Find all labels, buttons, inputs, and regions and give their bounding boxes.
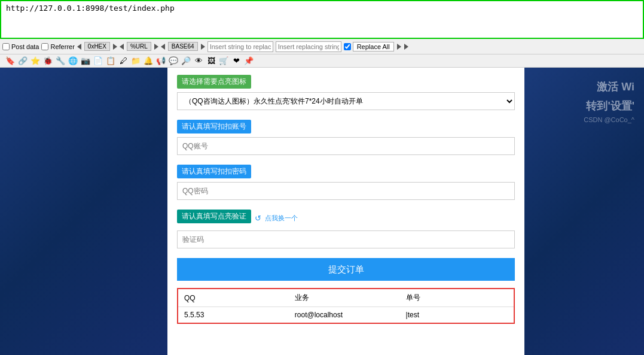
url-arrow-left-icon — [120, 44, 124, 50]
icon-6[interactable]: 🌐 — [68, 56, 78, 66]
icon-18[interactable]: 🛒 — [218, 56, 229, 66]
icon-11[interactable]: 📁 — [130, 56, 141, 66]
post-data-item: Post data — [2, 43, 39, 50]
url-enc-item: %URL — [120, 42, 158, 51]
icon-17[interactable]: 🖼 — [206, 56, 216, 66]
captcha-label-row: 请认真填写点亮验证 ↺ 点我换一个 — [177, 210, 515, 227]
icon-select-section: 请选择需要点亮图标 （QQ咨询达人图标）永久性点亮'软件7*24小时自动开单 — [177, 75, 515, 110]
icon-1[interactable]: 🔖 — [5, 56, 16, 66]
result-table: QQ 业务 单号 5.5.53 root@localhost |test — [177, 288, 515, 324]
qq-password-input[interactable] — [177, 182, 515, 200]
url-button[interactable]: %URL — [127, 42, 151, 51]
table-row: 5.5.53 root@localhost |test — [178, 307, 514, 324]
base64-arrow-left-icon — [161, 44, 165, 50]
referrer-checkbox[interactable] — [41, 43, 48, 50]
replace-all-button[interactable]: Replace All — [353, 42, 394, 51]
referrer-label: Referrer — [50, 43, 74, 50]
cell-dh: |test — [400, 307, 514, 324]
table-header-row: QQ 业务 单号 — [178, 289, 514, 307]
left-sidebar — [0, 68, 167, 355]
right-sidebar: 激活 Wi 转到'设置' CSDN @CoCo_^ — [524, 68, 644, 355]
url-bar[interactable]: http://127.0.0.1:8998/test/index.php — [0, 0, 644, 39]
replace-all-arrow-right-icon — [397, 44, 401, 50]
icon-14[interactable]: 💬 — [168, 56, 179, 66]
captcha-input[interactable] — [177, 230, 515, 248]
cell-qq: 5.5.53 — [178, 307, 289, 324]
post-data-label: Post data — [11, 43, 39, 50]
col-dh-header: 单号 — [400, 289, 514, 307]
icon-16[interactable]: 👁 — [193, 56, 204, 66]
hex-button[interactable]: 0xHEX — [84, 42, 110, 51]
icon-select-label: 请选择需要点亮图标 — [177, 75, 251, 89]
post-data-checkbox[interactable] — [2, 43, 10, 50]
icon-3[interactable]: ⭐ — [30, 56, 41, 66]
replace-all-item: Replace All — [344, 42, 408, 51]
icon-15[interactable]: 🔎 — [181, 56, 191, 66]
captcha-refresh-icon[interactable]: ↺ — [255, 214, 261, 223]
qq-account-section: 请认真填写扣扣账号 — [177, 120, 515, 155]
replace-string-input[interactable] — [207, 41, 273, 52]
submit-button[interactable]: 提交订单 — [177, 258, 515, 281]
cell-yw: root@localhost — [289, 307, 400, 324]
icon-5[interactable]: 🔧 — [55, 56, 66, 66]
icon-13[interactable]: 📢 — [155, 56, 166, 66]
base64-item: BASE64 — [161, 42, 205, 51]
watermark-line2: 转到'设置' — [586, 96, 634, 116]
replace-all-checkbox[interactable] — [344, 43, 351, 50]
icon-select-dropdown[interactable]: （QQ咨询达人图标）永久性点亮'软件7*24小时自动开单 — [177, 92, 515, 110]
icon-4[interactable]: 🐞 — [42, 56, 53, 66]
icon-19[interactable]: ❤ — [231, 56, 242, 66]
hex-item: 0xHEX — [77, 42, 117, 51]
captcha-change-link[interactable]: 点我换一个 — [265, 214, 298, 223]
url-text: http://127.0.0.1:8998/test/index.php — [6, 4, 175, 13]
base64-button[interactable]: BASE64 — [168, 42, 198, 51]
col-qq-header: QQ — [178, 289, 289, 307]
qq-password-section: 请认真填写扣扣密码 — [177, 165, 515, 200]
icon-7[interactable]: 📷 — [80, 56, 91, 66]
icon-2[interactable]: 🔗 — [17, 56, 28, 66]
col-yw-header: 业务 — [289, 289, 400, 307]
watermark-line1: 激活 Wi — [597, 77, 634, 96]
replace-all-arrow-right2-icon — [404, 44, 408, 50]
icon-10[interactable]: 🖊 — [118, 56, 129, 66]
icon-20[interactable]: 📌 — [243, 56, 254, 66]
captcha-label: 请认真填写点亮验证 — [177, 210, 251, 223]
icon-row: 🔖 🔗 ⭐ 🐞 🔧 🌐 📷 📄 📋 🖊 📁 🔔 📢 💬 🔎 👁 🖼 🛒 ❤ 📌 — [0, 54, 644, 68]
referrer-item: Referrer — [41, 43, 74, 50]
hex-arrow-left-icon — [77, 44, 81, 50]
captcha-section: 请认真填写点亮验证 ↺ 点我换一个 — [177, 210, 515, 248]
qq-account-label: 请认真填写扣扣账号 — [177, 120, 251, 133]
toolbar: Post data Referrer 0xHEX %URL BASE64 Rep… — [0, 39, 644, 54]
icon-8[interactable]: 📄 — [93, 56, 103, 66]
watermark-line3: CSDN @CoCo_^ — [584, 116, 634, 123]
qq-account-input[interactable] — [177, 137, 515, 155]
qq-password-label: 请认真填写扣扣密码 — [177, 165, 251, 178]
hex-arrow-right-icon — [113, 44, 117, 50]
url-arrow-right-icon — [154, 44, 158, 50]
base64-arrow-right-icon — [201, 44, 205, 50]
icon-9[interactable]: 📋 — [105, 56, 116, 66]
replacing-string-input[interactable] — [276, 41, 341, 52]
main-layout: 请选择需要点亮图标 （QQ咨询达人图标）永久性点亮'软件7*24小时自动开单 请… — [0, 68, 644, 355]
center-content: 请选择需要点亮图标 （QQ咨询达人图标）永久性点亮'软件7*24小时自动开单 请… — [167, 68, 524, 355]
icon-12[interactable]: 🔔 — [143, 56, 154, 66]
